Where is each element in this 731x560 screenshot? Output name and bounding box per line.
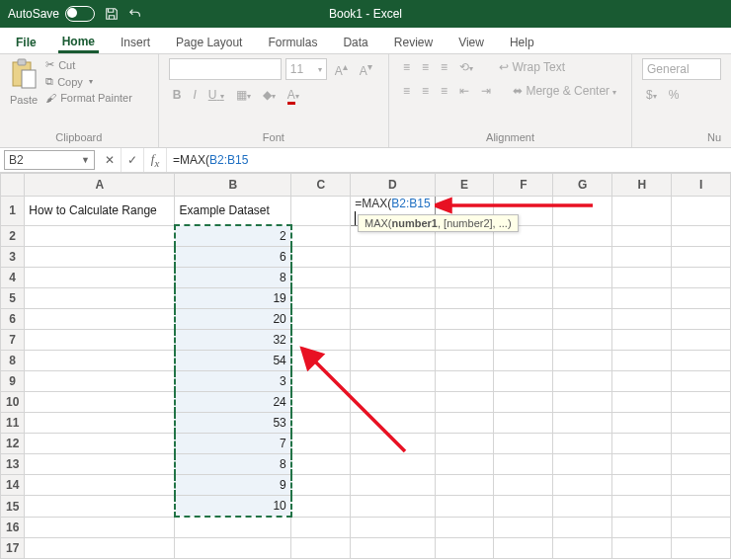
cell-G12[interactable] — [553, 434, 612, 454]
cell-G4[interactable] — [553, 268, 612, 288]
cell-B13[interactable]: 8 — [175, 454, 291, 475]
percent-icon[interactable]: % — [665, 86, 684, 104]
select-all-corner[interactable] — [1, 174, 25, 197]
align-center-icon[interactable]: ≡ — [418, 82, 433, 100]
cell-G14[interactable] — [553, 475, 612, 496]
cell-G10[interactable] — [553, 392, 612, 413]
cell-D12[interactable] — [351, 434, 435, 454]
font-color-button[interactable]: A▾ — [284, 86, 303, 104]
cell-C3[interactable] — [291, 247, 351, 268]
cell-E6[interactable] — [435, 309, 494, 330]
col-header-A[interactable]: A — [25, 174, 175, 197]
cell-G11[interactable] — [553, 413, 612, 434]
cell-E11[interactable] — [435, 413, 494, 434]
merge-center-button[interactable]: ⬌ Merge & Center ▾ — [509, 82, 620, 100]
cell-H3[interactable] — [612, 247, 672, 268]
number-format-box[interactable]: General — [642, 58, 721, 80]
cell-I10[interactable] — [672, 392, 731, 413]
cell-H5[interactable] — [612, 288, 672, 309]
row-header-15[interactable]: 15 — [1, 496, 25, 518]
cell-D4[interactable] — [351, 268, 435, 288]
orientation-icon[interactable]: ⟲▾ — [455, 58, 477, 76]
cell-E16[interactable] — [435, 517, 494, 538]
cell-E10[interactable] — [435, 392, 494, 413]
cell-E14[interactable] — [435, 475, 494, 496]
cell-B5[interactable]: 19 — [175, 288, 291, 309]
bold-button[interactable]: B — [169, 86, 186, 104]
cell-D13[interactable] — [351, 454, 435, 475]
cancel-formula-button[interactable]: ✕ — [99, 148, 122, 172]
cell-I3[interactable] — [672, 247, 731, 268]
cell-C4[interactable] — [291, 268, 351, 288]
row-header-2[interactable]: 2 — [1, 225, 25, 247]
cell-G6[interactable] — [553, 309, 612, 330]
cell-E13[interactable] — [435, 454, 494, 475]
row-header-7[interactable]: 7 — [1, 330, 25, 351]
cell-H13[interactable] — [612, 454, 672, 475]
cell-H6[interactable] — [612, 309, 672, 330]
cell-B15[interactable]: 10 — [175, 496, 291, 518]
cell-I2[interactable] — [672, 225, 731, 247]
fill-color-button[interactable]: ◆▾ — [259, 86, 280, 104]
cell-B2[interactable]: 2 — [175, 225, 291, 247]
font-size-box[interactable]: 11▾ — [285, 58, 327, 80]
cell-A5[interactable] — [25, 288, 175, 309]
accept-formula-button[interactable]: ✓ — [122, 148, 144, 172]
cell-G3[interactable] — [553, 247, 612, 268]
cell-B14[interactable]: 9 — [175, 475, 291, 496]
cell-A16[interactable] — [25, 517, 175, 538]
cell-F14[interactable] — [494, 475, 553, 496]
cell-E17[interactable] — [435, 538, 494, 559]
cell-G16[interactable] — [553, 517, 612, 538]
cell-B1[interactable]: Example Dataset — [175, 197, 291, 226]
cell-A8[interactable] — [25, 351, 175, 371]
cell-E15[interactable] — [435, 496, 494, 518]
cell-F15[interactable] — [494, 496, 553, 518]
cell-H7[interactable] — [612, 330, 672, 351]
increase-font-icon[interactable]: A▴ — [331, 59, 352, 80]
cell-C9[interactable] — [291, 371, 351, 392]
cell-I8[interactable] — [672, 351, 731, 371]
cell-I1[interactable] — [672, 197, 731, 226]
align-left-icon[interactable]: ≡ — [399, 82, 414, 100]
cell-F16[interactable] — [494, 517, 553, 538]
cell-H2[interactable] — [612, 225, 672, 247]
cell-F11[interactable] — [494, 413, 553, 434]
cell-I5[interactable] — [672, 288, 731, 309]
row-header-5[interactable]: 5 — [1, 288, 25, 309]
italic-button[interactable]: I — [189, 86, 200, 104]
cell-A15[interactable] — [25, 496, 175, 518]
cell-A7[interactable] — [25, 330, 175, 351]
cell-A11[interactable] — [25, 413, 175, 434]
cell-I6[interactable] — [672, 309, 731, 330]
cell-A6[interactable] — [25, 309, 175, 330]
cell-G7[interactable] — [553, 330, 612, 351]
cell-I11[interactable] — [672, 413, 731, 434]
cell-G13[interactable] — [553, 454, 612, 475]
col-header-F[interactable]: F — [494, 174, 553, 197]
cell-I14[interactable] — [672, 475, 731, 496]
cell-A3[interactable] — [25, 247, 175, 268]
cell-B4[interactable]: 8 — [175, 268, 291, 288]
col-header-G[interactable]: G — [553, 174, 612, 197]
row-header-4[interactable]: 4 — [1, 268, 25, 288]
cell-C11[interactable] — [291, 413, 351, 434]
tab-view[interactable]: View — [454, 32, 488, 53]
cell-D9[interactable] — [351, 371, 435, 392]
col-header-C[interactable]: C — [291, 174, 351, 197]
col-header-D[interactable]: D — [351, 174, 435, 197]
cell-E12[interactable] — [435, 434, 494, 454]
row-header-10[interactable]: 10 — [1, 392, 25, 413]
cell-B6[interactable]: 20 — [175, 309, 291, 330]
cell-G5[interactable] — [553, 288, 612, 309]
cell-D5[interactable] — [351, 288, 435, 309]
row-header-6[interactable]: 6 — [1, 309, 25, 330]
cell-C10[interactable] — [291, 392, 351, 413]
tab-page-layout[interactable]: Page Layout — [172, 32, 246, 53]
cell-H14[interactable] — [612, 475, 672, 496]
row-header-16[interactable]: 16 — [1, 517, 25, 538]
cell-B11[interactable]: 53 — [175, 413, 291, 434]
cell-A4[interactable] — [25, 268, 175, 288]
tab-home[interactable]: Home — [58, 31, 99, 53]
cell-C8[interactable] — [291, 351, 351, 371]
